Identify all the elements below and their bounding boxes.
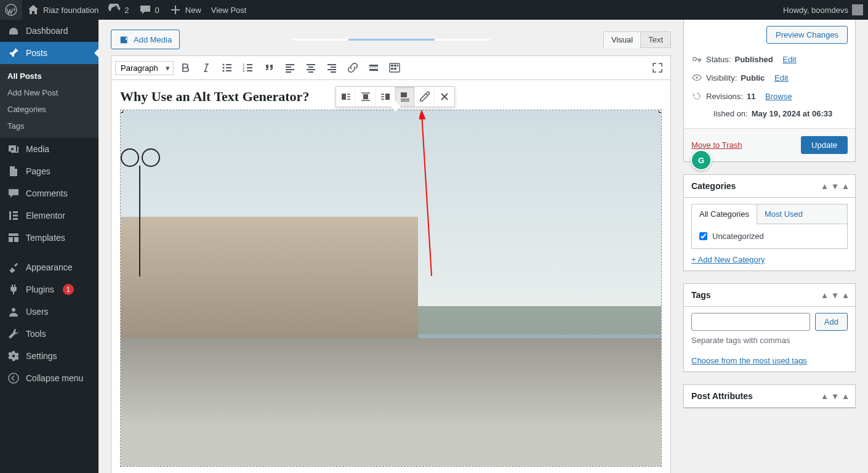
submenu-posts: All Posts Add New Post Categories Tags	[0, 64, 98, 138]
tab-most-used[interactable]: Most Used	[757, 204, 810, 224]
svg-rect-18	[394, 65, 396, 67]
svg-rect-25	[401, 92, 407, 97]
fullscreen-button[interactable]	[648, 59, 667, 77]
home-icon	[27, 4, 39, 16]
submenu-add-new[interactable]: Add New Post	[0, 84, 98, 101]
annotation-arrow	[419, 110, 444, 282]
categories-panel: Categories ▴▾▴ All Categories Most Used …	[683, 174, 856, 271]
comment-icon	[139, 4, 151, 16]
img-remove-button[interactable]	[435, 87, 454, 107]
ul-button[interactable]	[218, 59, 236, 77]
svg-rect-17	[391, 65, 393, 67]
edit-status-link[interactable]: Edit	[782, 55, 796, 64]
svg-rect-23	[363, 94, 368, 99]
svg-point-7	[12, 355, 15, 357]
panel-toggle-icon[interactable]: ▴	[843, 290, 848, 300]
add-media-button[interactable]: Add Media	[111, 30, 180, 49]
menu-pages[interactable]: Pages	[0, 160, 98, 182]
admin-bar: Riaz foundation 2 0 New View Post Howdy,…	[0, 0, 868, 20]
tag-input[interactable]	[691, 313, 810, 331]
tab-all-categories[interactable]: All Categories	[692, 204, 757, 224]
svg-rect-24	[385, 94, 390, 100]
img-align-none-button[interactable]	[395, 87, 415, 107]
my-account[interactable]: Howdy, boomdevs	[778, 0, 868, 20]
submenu-tags[interactable]: Tags	[0, 118, 98, 134]
image-toolbar	[336, 86, 455, 107]
svg-point-8	[9, 373, 18, 383]
submenu-categories[interactable]: Categories	[0, 101, 98, 118]
move-to-trash-link[interactable]: Move to Trash	[691, 140, 742, 150]
italic-button[interactable]	[197, 59, 215, 77]
img-align-right-button[interactable]	[376, 87, 395, 107]
grammarly-badge[interactable]: G	[691, 150, 712, 171]
menu-users[interactable]: Users	[0, 301, 98, 323]
preview-changes-button[interactable]: Preview Changes	[766, 26, 848, 44]
bold-button[interactable]	[176, 59, 195, 77]
menu-posts[interactable]: Posts	[0, 42, 98, 64]
svg-rect-21	[394, 68, 396, 70]
svg-point-1	[11, 148, 14, 150]
editor-canvas[interactable]: Why Use an Alt Text Generator?	[111, 80, 671, 473]
panel-up-icon[interactable]: ▴	[822, 391, 827, 401]
svg-line-26	[422, 113, 432, 276]
align-right-button[interactable]	[323, 59, 341, 77]
add-tag-button[interactable]: Add	[815, 313, 848, 331]
format-select[interactable]: Paragraph	[115, 61, 174, 75]
update-button[interactable]: Update	[801, 136, 848, 154]
panel-toggle-icon[interactable]: ▴	[843, 181, 848, 191]
tab-text[interactable]: Text	[640, 31, 671, 48]
menu-dashboard[interactable]: Dashboard	[0, 20, 98, 42]
plugin-icon	[7, 283, 20, 296]
panel-toggle-icon[interactable]: ▴	[843, 391, 848, 401]
menu-comments[interactable]: Comments	[0, 182, 98, 204]
menu-tools[interactable]: Tools	[0, 323, 98, 345]
panel-down-icon[interactable]: ▾	[833, 181, 837, 191]
svg-rect-22	[342, 94, 346, 100]
choose-tags-link[interactable]: Choose from the most used tags	[691, 356, 807, 365]
svg-point-27	[693, 57, 696, 60]
category-uncategorized[interactable]: Uncategorized	[699, 232, 840, 241]
menu-appearance[interactable]: Appearance	[0, 256, 98, 278]
tags-panel: Tags ▴▾▴ Add Separate tags with commas C…	[683, 283, 856, 372]
panel-up-icon[interactable]: ▴	[822, 181, 827, 191]
add-new-category-link[interactable]: + Add New Category	[691, 255, 765, 264]
comments-count[interactable]: 0	[134, 0, 164, 20]
editor-toolbar: Paragraph 123	[111, 55, 671, 80]
align-left-button[interactable]	[281, 59, 299, 77]
align-center-button[interactable]	[302, 59, 320, 77]
wp-logo[interactable]	[0, 0, 22, 20]
ol-button[interactable]: 123	[239, 59, 257, 77]
menu-settings[interactable]: Settings	[0, 345, 98, 367]
img-edit-button[interactable]	[415, 87, 435, 107]
updates[interactable]: 2	[103, 0, 134, 20]
publish-panel: Preview Changes Status: Published Edit V…	[683, 20, 856, 162]
selected-image[interactable]	[120, 110, 662, 467]
browse-revisions-link[interactable]: Browse	[765, 92, 792, 101]
site-name[interactable]: Riaz foundation	[22, 0, 103, 20]
admin-sidebar: Dashboard Posts All Posts Add New Post C…	[0, 20, 98, 473]
menu-plugins[interactable]: Plugins1	[0, 278, 98, 301]
toolbar-toggle-button[interactable]	[385, 59, 404, 77]
new-content[interactable]: New	[164, 0, 206, 20]
settings-icon	[7, 350, 20, 362]
link-button[interactable]	[344, 59, 362, 77]
img-align-center-button[interactable]	[356, 87, 376, 107]
tab-visual[interactable]: Visual	[603, 31, 640, 48]
edit-visibility-link[interactable]: Edit	[774, 73, 788, 83]
menu-elementor[interactable]: Elementor	[0, 204, 98, 227]
collapse-menu[interactable]: Collapse menu	[0, 367, 98, 389]
panel-up-icon[interactable]: ▴	[822, 290, 827, 300]
quote-button[interactable]	[260, 59, 278, 77]
templates-icon	[7, 232, 20, 244]
readmore-button[interactable]	[364, 59, 383, 77]
view-post[interactable]: View Post	[206, 0, 252, 20]
panel-down-icon[interactable]: ▾	[833, 290, 837, 300]
menu-templates[interactable]: Templates	[0, 227, 98, 249]
appearance-icon	[7, 261, 20, 273]
submenu-all-posts[interactable]: All Posts	[0, 68, 98, 84]
img-align-left-button[interactable]	[336, 87, 356, 107]
panel-down-icon[interactable]: ▾	[833, 391, 837, 401]
category-checkbox[interactable]	[699, 232, 707, 240]
menu-media[interactable]: Media	[0, 138, 98, 160]
svg-rect-20	[391, 68, 393, 70]
